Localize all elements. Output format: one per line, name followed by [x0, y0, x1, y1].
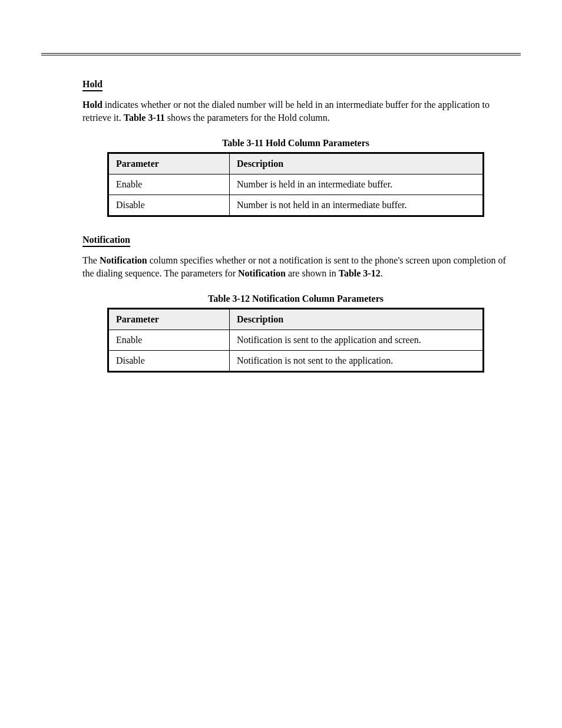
table-header-cell: Description [230, 153, 484, 174]
section: NotificationThe Notification column spec… [82, 235, 509, 373]
data-table: ParameterDescriptionEnableNumber is held… [107, 152, 484, 217]
table-cell: Enable [108, 174, 230, 195]
table-cell: Disable [108, 351, 230, 372]
table-cell: Number is not held in an intermediate bu… [230, 195, 484, 216]
section-heading: Notification [82, 235, 130, 247]
section: HoldHold indicates whether or not the di… [82, 79, 509, 217]
table-cell: Enable [108, 330, 230, 351]
table-row: DisableNumber is not held in an intermed… [108, 195, 484, 216]
table-row: DisableNotification is not sent to the a… [108, 351, 484, 372]
table-row: EnableNotification is sent to the applic… [108, 330, 484, 351]
table-cell: Number is held in an intermediate buffer… [230, 174, 484, 195]
table-header-cell: Description [230, 309, 484, 330]
table-header-cell: Parameter [108, 153, 230, 174]
data-table: ParameterDescriptionEnableNotification i… [107, 308, 484, 373]
page: HoldHold indicates whether or not the di… [0, 0, 562, 728]
table-cell: Notification is not sent to the applicat… [230, 351, 484, 372]
table-cell: Notification is sent to the application … [230, 330, 484, 351]
table-caption: Table 3-11 Hold Column Parameters [82, 138, 509, 149]
section-paragraph: Hold indicates whether or not the dialed… [82, 98, 509, 124]
table-caption: Table 3-12 Notification Column Parameter… [82, 294, 509, 304]
table-header-cell: Parameter [108, 309, 230, 330]
section-heading: Hold [82, 79, 103, 91]
section-paragraph: The Notification column specifies whethe… [82, 254, 509, 279]
table-row: EnableNumber is held in an intermediate … [108, 174, 484, 195]
top-rule [41, 53, 521, 55]
table-cell: Disable [108, 195, 230, 216]
